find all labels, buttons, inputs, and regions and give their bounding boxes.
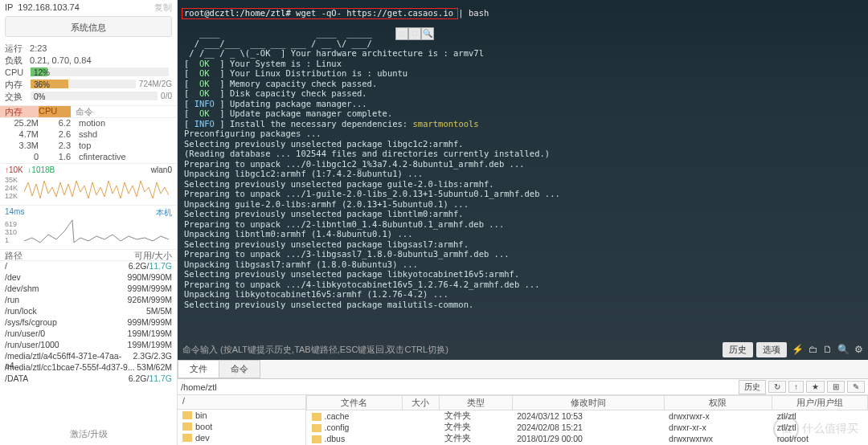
watermark: 值什么值得买 <box>764 413 868 445</box>
up-icon[interactable]: ↑ <box>788 381 804 393</box>
dir-item[interactable]: bin <box>178 410 305 421</box>
path-row[interactable]: /run/user/1000199M/199M <box>0 340 177 351</box>
activate-link[interactable]: 激活/升级 <box>0 428 178 440</box>
path-row[interactable]: /dev990M/990M <box>0 272 177 284</box>
edit-icon[interactable]: ✎ <box>847 381 865 393</box>
grid-icon[interactable]: ⊞ <box>827 381 845 393</box>
sysinfo-button[interactable]: 系统信息 <box>5 16 172 37</box>
proc-row[interactable]: 3.3M2.3top <box>0 141 177 152</box>
path-row[interactable]: /media/ztl/cc1bcae7-555f-4d37-9...53M/62… <box>0 362 177 374</box>
ip-row: IP 192.168.103.74 复制 <box>0 0 177 14</box>
tab-cmd[interactable]: 命令 <box>219 360 260 378</box>
copy-icon[interactable]: 🗋 <box>823 344 833 355</box>
host-select[interactable]: 本机 <box>156 207 172 218</box>
swap-bar: 0% <box>31 92 158 100</box>
iface-select[interactable]: wlan0 <box>151 165 172 174</box>
system-stats: 运行 2:23 负载 0.21, 0.70, 0.84 CPU12% 内存36%… <box>0 39 177 105</box>
path-history-button[interactable]: 历史 <box>739 380 766 394</box>
star-icon[interactable]: ★ <box>806 381 825 393</box>
tab-file[interactable]: 文件 <box>178 360 219 378</box>
ip-addr: 192.168.103.74 <box>18 2 79 12</box>
path-row[interactable]: /run926M/999M <box>0 295 177 306</box>
refresh-icon[interactable]: ↻ <box>768 381 786 393</box>
current-path[interactable]: /home/ztl <box>181 382 736 392</box>
file-tabs: 文件 命令 <box>178 360 868 379</box>
terminal[interactable]: ◫ 🗋 🔍 root@dcztl:/home/ztl# wget -qO- ht… <box>178 0 868 339</box>
path-header: 路径可用/大小 <box>0 249 177 260</box>
copy-button[interactable]: 复制 <box>154 2 172 14</box>
folder-icon <box>312 413 321 421</box>
cpu-label: CPU <box>5 66 27 79</box>
load-value: 0.21, 0.70, 0.84 <box>30 54 91 67</box>
dir-item[interactable]: dev <box>178 432 305 443</box>
swap-label: 交换 <box>5 90 27 103</box>
proc-row[interactable]: 25.2M6.2motion <box>0 118 177 129</box>
command-input-bar: 命令输入 (按ALT键提示历史,TAB键路径,ESC键返回,双击CTRL切换) … <box>178 339 868 360</box>
folder-icon <box>312 424 321 432</box>
net-chart-1: ↑10K ↓1018Bwlan0 35K24K12K <box>0 163 177 205</box>
proc-list: 25.2M6.2motion4.7M2.6sshd3.3M2.3top01.6c… <box>0 118 177 163</box>
options-button[interactable]: 选项 <box>756 342 787 357</box>
proc-row[interactable]: 01.6cfinteractive <box>0 152 177 163</box>
path-row[interactable]: /dev/shm999M/999M <box>0 284 177 295</box>
path-list: /6.2G/11.7G/dev990M/990M/dev/shm999M/999… <box>0 260 177 385</box>
command-input[interactable]: 命令输入 (按ALT键提示历史,TAB键路径,ESC键返回,双击CTRL切换) <box>182 344 719 356</box>
terminal-output: root@dcztl:/home/ztl# wget -qO- https://… <box>184 8 862 329</box>
path-row[interactable]: /run/user/0199M/199M <box>0 329 177 340</box>
uptime-label: 运行 <box>5 42 27 55</box>
path-row[interactable]: /DATA6.2G/11.7G <box>0 374 177 385</box>
cpu-bar: 12% <box>31 67 169 76</box>
bolt-icon[interactable]: ⚡ <box>792 344 804 355</box>
mem-right: 724M/2G <box>139 78 172 91</box>
search-icon[interactable]: 🔍 <box>837 344 850 355</box>
swap-right: 0/0 <box>161 90 172 103</box>
path-row[interactable]: /6.2G/11.7G <box>0 261 177 272</box>
load-label: 负载 <box>5 54 27 67</box>
proc-row[interactable]: 4.7M2.6sshd <box>0 129 177 141</box>
folder-icon[interactable]: 🗀 <box>809 344 818 355</box>
folder-icon <box>182 411 192 419</box>
uptime-value: 2:23 <box>30 42 47 55</box>
main-panel: ◫ 🗋 🔍 root@dcztl:/home/ztl# wget -qO- ht… <box>178 0 868 445</box>
path-row[interactable]: /media/ztl/a4c56ff4-371e-47aa-a4...2.3G/… <box>0 351 177 362</box>
proc-header: 内存 CPU 命令 <box>0 105 177 118</box>
dir-tree[interactable]: / binbootdev <box>178 395 306 445</box>
history-button[interactable]: 历史 <box>723 342 753 357</box>
left-sidebar: IP 192.168.103.74 复制 系统信息 运行 2:23 负载 0.2… <box>0 0 178 445</box>
mem-label: 内存 <box>5 78 27 91</box>
path-row[interactable]: /run/lock5M/5M <box>0 306 177 317</box>
path-row[interactable]: /sys/fs/cgroup999M/999M <box>0 317 177 329</box>
dir-item[interactable]: boot <box>178 421 305 432</box>
folder-icon <box>312 435 321 443</box>
ip-label: IP <box>5 2 13 12</box>
folder-icon <box>182 434 192 442</box>
folder-icon <box>182 423 192 431</box>
gear-icon[interactable]: ⚙ <box>854 344 863 355</box>
mem-bar: 36% <box>31 80 136 88</box>
path-bar: /home/ztl 历史 ↻ ↑ ★ ⊞ ✎ <box>178 379 868 395</box>
net-chart-2: 14ms本机 6193101 <box>0 205 177 249</box>
